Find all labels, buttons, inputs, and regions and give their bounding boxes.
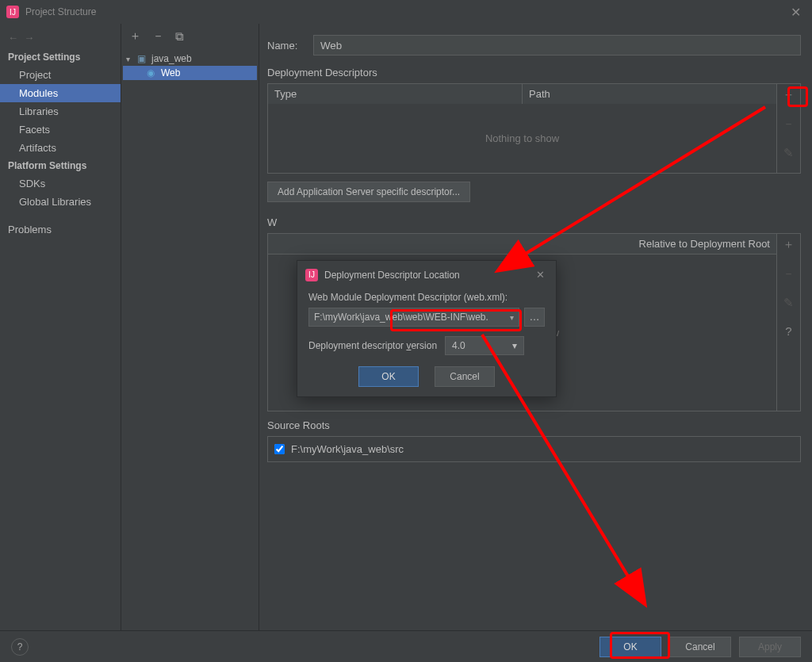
sidebar-item-libraries[interactable]: Libraries: [0, 102, 121, 121]
tree-toolbar: ＋ － ⧉: [121, 24, 259, 48]
sidebar-item-facets[interactable]: Facets: [0, 121, 121, 139]
settings-sidebar: ← → Project Settings Project Modules Lib…: [0, 24, 121, 662]
close-icon[interactable]: ✕: [786, 3, 806, 21]
module-folder-icon: ▣: [137, 53, 148, 64]
tree-root-java-web[interactable]: ▾ ▣ java_web: [123, 52, 257, 66]
tree-item-label: Web: [161, 67, 180, 78]
tree-root-label: java_web: [151, 53, 192, 64]
version-label: Deployment descriptor version: [308, 340, 437, 351]
tree: ▾ ▣ java_web ◉ Web: [121, 48, 259, 83]
add-server-descriptor-button[interactable]: Add Application Server specific descript…: [267, 182, 470, 202]
dialog-title: Deployment Descriptor Location: [324, 270, 531, 281]
version-text: 4.0: [452, 340, 465, 351]
tree-item-web[interactable]: ◉ Web: [123, 66, 257, 80]
window-title: Project Structure: [25, 6, 786, 17]
dialog-ok-button[interactable]: OK: [358, 366, 419, 387]
deployment-descriptors-title: Deployment Descriptors: [267, 67, 801, 78]
source-root-checkbox[interactable]: [274, 444, 285, 454]
descriptor-field-label: Web Module Deployment Descriptor (web.xm…: [308, 292, 545, 303]
deployment-descriptor-location-dialog: IJ Deployment Descriptor Location ✕ Web …: [297, 260, 557, 397]
table-remove-icon[interactable]: －: [783, 117, 795, 132]
intellij-icon: IJ: [6, 6, 19, 18]
browse-button[interactable]: …: [524, 308, 545, 327]
name-input[interactable]: [313, 35, 801, 55]
name-label: Name:: [267, 40, 305, 52]
res-add-icon[interactable]: ＋: [783, 237, 795, 252]
column-type: Type: [268, 84, 523, 104]
title-bar: IJ Project Structure ✕: [0, 0, 812, 24]
source-roots-box: F:\myWork\java_web\src: [267, 436, 801, 462]
table-add-icon[interactable]: ＋: [783, 87, 795, 102]
intellij-icon: IJ: [305, 269, 318, 281]
sidebar-item-sdks[interactable]: SDKs: [0, 174, 121, 193]
back-arrow-icon[interactable]: ←: [8, 32, 18, 44]
cancel-button[interactable]: Cancel: [669, 637, 731, 657]
version-combo[interactable]: 4.0 ▾: [445, 336, 524, 355]
web-resource-label: W: [267, 216, 277, 228]
sidebar-item-artifacts[interactable]: Artifacts: [0, 139, 121, 157]
chevron-down-icon: ▾: [512, 340, 517, 351]
sidebar-item-problems[interactable]: Problems: [0, 220, 121, 239]
dialog-cancel-button[interactable]: Cancel: [435, 366, 495, 387]
copy-icon[interactable]: ⧉: [175, 29, 184, 44]
table-edit-icon[interactable]: ✎: [783, 146, 794, 160]
source-roots-title: Source Roots: [267, 419, 801, 431]
chevron-down-icon: ▾: [126, 55, 134, 63]
ok-button[interactable]: OK: [599, 637, 661, 657]
help-icon[interactable]: ?: [11, 638, 29, 656]
sidebar-item-modules[interactable]: Modules: [0, 84, 121, 102]
nav-history: ← →: [0, 32, 121, 48]
source-root-path: F:\myWork\java_web\src: [291, 443, 404, 455]
source-root-item[interactable]: F:\myWork\java_web\src: [274, 443, 794, 455]
column-relative: Relative to Deployment Root: [268, 234, 776, 254]
descriptor-path-text: F:\myWork\java_web\web\WEB-INF\web.: [314, 312, 488, 323]
sidebar-heading-platform: Platform Settings: [0, 157, 121, 174]
table-empty-text: Nothing to show: [268, 104, 776, 173]
chevron-down-icon: ▾: [510, 313, 514, 322]
sidebar-heading-project: Project Settings: [0, 48, 121, 66]
forward-arrow-icon[interactable]: →: [24, 32, 34, 44]
column-path: Path: [523, 84, 776, 104]
sidebar-item-project[interactable]: Project: [0, 66, 121, 84]
web-facet-icon: ◉: [147, 67, 158, 78]
module-tree-panel: ＋ － ⧉ ▾ ▣ java_web ◉ Web: [121, 24, 259, 662]
res-remove-icon[interactable]: －: [783, 266, 795, 281]
deployment-descriptors-table: Type Path Nothing to show ＋ － ✎: [267, 83, 801, 174]
dialog-close-icon[interactable]: ✕: [531, 267, 550, 282]
descriptor-path-combo[interactable]: F:\myWork\java_web\web\WEB-INF\web. ▾: [308, 308, 519, 327]
sidebar-item-global-libs[interactable]: Global Libraries: [0, 193, 121, 211]
res-edit-icon[interactable]: ✎: [783, 296, 794, 310]
apply-button[interactable]: Apply: [739, 637, 801, 657]
remove-icon[interactable]: －: [152, 29, 164, 44]
bottom-button-bar: ? OK Cancel Apply: [0, 630, 812, 662]
res-help-icon[interactable]: ?: [785, 324, 791, 338]
add-icon[interactable]: ＋: [129, 29, 141, 44]
